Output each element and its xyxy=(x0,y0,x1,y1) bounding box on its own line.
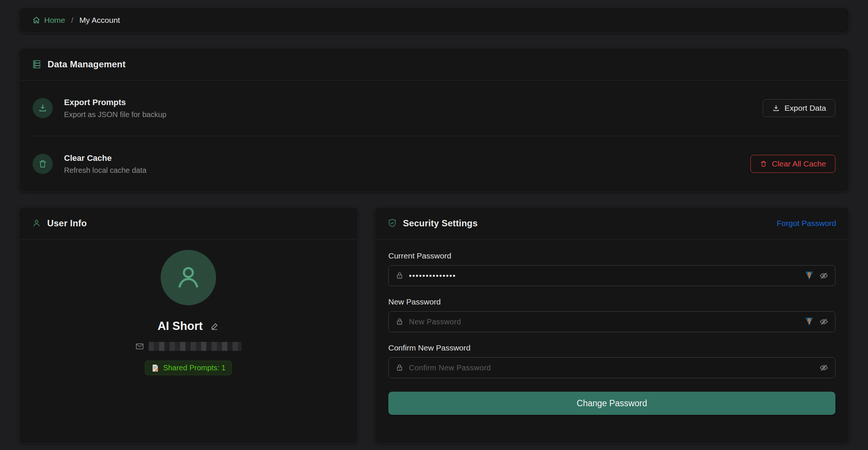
password-manager-key-icon[interactable] xyxy=(805,271,813,280)
confirm-new-password-field[interactable] xyxy=(388,357,835,378)
export-prompts-row: Export Prompts Export as JSON file for b… xyxy=(19,80,849,136)
export-prompts-title: Export Prompts xyxy=(64,98,166,107)
forgot-password-link[interactable]: Forgot Password xyxy=(777,219,836,228)
account-page: Home / My Account Data Management Export… xyxy=(0,0,868,450)
eye-off-icon[interactable] xyxy=(819,363,828,372)
current-password-input[interactable] xyxy=(409,272,800,280)
breadcrumb: Home / My Account xyxy=(19,7,849,33)
breadcrumb-home-label[interactable]: Home xyxy=(44,16,65,25)
breadcrumb-current: My Account xyxy=(79,16,120,25)
new-password-input[interactable] xyxy=(409,318,800,326)
shared-prompts-badge: Shared Prompts: 1 xyxy=(145,361,232,375)
security-settings-header: Security Settings Forgot Password xyxy=(375,207,849,239)
home-icon xyxy=(32,16,41,25)
new-password-field[interactable] xyxy=(388,311,835,332)
change-password-button[interactable]: Change Password xyxy=(388,392,835,415)
email-redacted xyxy=(149,342,242,351)
email-row xyxy=(135,342,242,351)
data-management-title: Data Management xyxy=(48,59,125,70)
password-manager-key-icon[interactable] xyxy=(805,317,813,326)
shared-prompts-badge-label: Shared Prompts: 1 xyxy=(163,364,226,372)
data-management-header: Data Management xyxy=(19,48,849,80)
current-password-label: Current Password xyxy=(388,251,835,260)
confirm-new-password-input[interactable] xyxy=(409,364,814,372)
memo-icon xyxy=(151,364,160,372)
export-prompts-info: Export Prompts Export as JSON file for b… xyxy=(33,98,763,119)
pencil-icon[interactable] xyxy=(210,322,219,331)
trash-icon xyxy=(33,154,53,174)
breadcrumb-home-link[interactable]: Home xyxy=(32,16,65,25)
user-info-title: User Info xyxy=(47,218,87,229)
current-password-field[interactable] xyxy=(388,265,835,286)
security-settings-body: Current Password New Pa xyxy=(375,239,849,443)
avatar xyxy=(161,250,216,305)
clear-cache-subtitle: Refresh local cache data xyxy=(64,166,146,175)
person-icon xyxy=(32,218,41,228)
export-prompts-subtitle: Export as JSON file for backup xyxy=(64,110,166,119)
envelope-icon xyxy=(135,342,144,351)
clear-all-cache-button[interactable]: Clear All Cache xyxy=(750,155,835,173)
trash-icon xyxy=(760,160,767,168)
username: AI Short xyxy=(158,319,203,333)
clear-cache-row: Clear Cache Refresh local cache data Cle… xyxy=(19,136,849,192)
export-data-button-label: Export Data xyxy=(784,104,826,113)
user-info-header: User Info xyxy=(19,207,358,239)
download-icon xyxy=(772,104,780,112)
eye-off-icon[interactable] xyxy=(819,317,828,326)
lock-icon xyxy=(395,318,404,326)
clear-all-cache-button-label: Clear All Cache xyxy=(772,159,826,168)
username-row: AI Short xyxy=(158,319,219,333)
security-settings-card: Security Settings Forgot Password Curren… xyxy=(374,207,849,444)
new-password-label: New Password xyxy=(388,297,835,306)
shield-check-icon xyxy=(388,218,397,228)
eye-off-icon[interactable] xyxy=(819,271,828,280)
user-info-card: User Info AI Short xyxy=(19,207,358,444)
lock-icon xyxy=(395,272,404,280)
clear-cache-title: Clear Cache xyxy=(64,153,146,163)
download-icon xyxy=(33,98,53,118)
confirm-new-password-label: Confirm New Password xyxy=(388,343,835,352)
database-icon xyxy=(32,59,42,69)
user-info-body: AI Short Shared Prompts: 1 xyxy=(19,239,358,443)
data-management-card: Data Management Export Prompts Export as… xyxy=(19,48,849,192)
lock-icon xyxy=(395,364,404,372)
clear-cache-info: Clear Cache Refresh local cache data xyxy=(33,153,750,175)
export-data-button[interactable]: Export Data xyxy=(763,99,835,117)
security-settings-title: Security Settings xyxy=(403,218,477,229)
breadcrumb-separator: / xyxy=(71,16,73,25)
